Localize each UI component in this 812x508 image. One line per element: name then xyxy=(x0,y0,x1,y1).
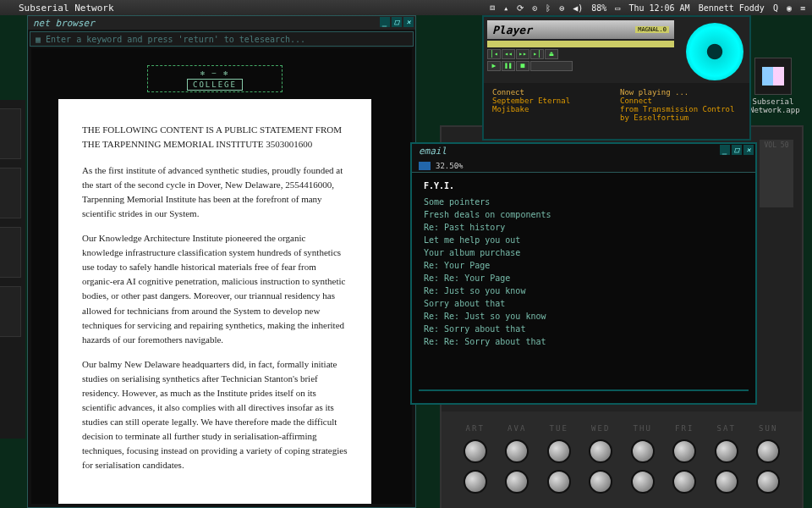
background-rack xyxy=(0,100,25,439)
minimize-button[interactable]: _ xyxy=(720,145,730,155)
ffwd-button[interactable]: ▸▸ xyxy=(516,49,529,59)
knob[interactable] xyxy=(631,470,655,494)
now-playing: Now playing ... Connect from Transmissio… xyxy=(617,88,744,134)
minimize-button[interactable]: _ xyxy=(380,17,390,27)
maximize-button[interactable]: □ xyxy=(732,145,742,155)
music-player-window: PlayerMAGNAL.0 |◂ ◂◂ ▸▸ ▸| ⏏ ▶ ❚❚ ■ xyxy=(482,15,751,141)
knob[interactable] xyxy=(464,439,487,463)
close-button[interactable]: × xyxy=(743,145,754,155)
app-icon-label: Subserial Network.app xyxy=(749,97,797,114)
battery-percent: 88% xyxy=(591,3,606,13)
email-item[interactable]: Re: Past history xyxy=(424,221,743,234)
doc-heading: THE FOLLOWING CONTENT IS A PUBLIC STATEM… xyxy=(82,123,348,152)
email-item[interactable]: Re: Your Page xyxy=(424,259,743,272)
netbrowser-title[interactable]: net browser _ □ × xyxy=(28,16,415,30)
desktop: VOL 50 ARTAVATUEWEDTHUFRISATSUN Subseria… xyxy=(0,15,812,508)
knob[interactable] xyxy=(589,439,612,463)
flame-icon[interactable]: ▴ xyxy=(503,3,508,13)
knob[interactable] xyxy=(715,439,738,463)
nav-icon[interactable]: ▦ xyxy=(36,35,41,44)
siri-icon[interactable]: ◉ xyxy=(787,3,792,13)
maximize-button[interactable]: □ xyxy=(392,17,402,27)
track-info: Connect September Eternal Mojibake xyxy=(489,88,617,134)
email-item[interactable]: Fresh deals on components xyxy=(424,208,743,221)
disc-icon xyxy=(686,23,743,80)
day-labels: ARTAVATUEWEDTHUFRISATSUN xyxy=(454,424,789,433)
knob[interactable] xyxy=(505,470,529,494)
volume-icon[interactable]: ◀) xyxy=(573,3,583,13)
player-logo: PlayerMAGNAL.0 xyxy=(487,20,674,39)
email-item[interactable]: Re: Re: Sorry about that xyxy=(424,335,743,348)
email-item[interactable]: Sorry about that xyxy=(424,297,743,310)
battery-icon[interactable]: ▭ xyxy=(615,3,620,13)
close-button[interactable]: × xyxy=(403,17,414,27)
mode-button[interactable] xyxy=(530,61,573,71)
knob[interactable] xyxy=(631,439,655,463)
email-footer xyxy=(419,389,749,400)
player-marquee xyxy=(487,41,674,47)
prev-button[interactable]: |◂ xyxy=(487,49,501,59)
knob[interactable] xyxy=(672,470,696,494)
shield-icon[interactable]: ⊙ xyxy=(532,3,537,13)
menubar: Subserial Network ⧈ ▴ ⟳ ⊙ ᛒ ⊜ ◀) 88% ▭ T… xyxy=(0,0,812,15)
email-window: email _ □ × 32.50% F.Y.I. Some pointers … xyxy=(410,142,757,405)
sync-icon[interactable]: ⟳ xyxy=(517,3,524,13)
netbrowser-window: net browser _ □ × ▦ Enter a keyword and … xyxy=(27,15,416,508)
app-icon[interactable]: Subserial Network.app xyxy=(749,58,797,114)
notification-icon[interactable]: ≡ xyxy=(800,3,805,13)
volume-label: VOL 50 xyxy=(760,140,793,207)
rewind-button[interactable]: ◂◂ xyxy=(502,49,515,59)
email-item[interactable]: Some pointers xyxy=(424,196,743,208)
progress-icon xyxy=(419,162,431,170)
knob[interactable] xyxy=(589,470,612,494)
knob[interactable] xyxy=(756,470,780,494)
email-item[interactable]: Let me help you out xyxy=(424,234,743,246)
email-item[interactable]: Re: Just so you know xyxy=(424,284,743,297)
spotlight-icon[interactable]: Q xyxy=(773,3,778,13)
user-name[interactable]: Bennett Foddy xyxy=(699,3,765,13)
page-header-logo: ✻ — ✻ COLLEGE xyxy=(147,65,283,92)
doc-paragraph: As the first institute of advanced synth… xyxy=(82,163,348,221)
prism-icon xyxy=(762,67,784,86)
knob[interactable] xyxy=(547,439,571,463)
knob[interactable] xyxy=(672,439,696,463)
play-button[interactable]: ▶ xyxy=(487,61,501,71)
email-folder-header: F.Y.I. xyxy=(424,181,743,190)
app-name[interactable]: Subserial Network xyxy=(19,3,114,14)
email-item[interactable]: Re: Re: Just so you know xyxy=(424,310,743,323)
bluetooth-icon[interactable]: ᛒ xyxy=(546,3,551,13)
browser-viewport: ✻ — ✻ COLLEGE THE FOLLOWING CONTENT IS A… xyxy=(31,48,412,504)
email-item[interactable]: Re: Re: Your Page xyxy=(424,272,743,284)
knob[interactable] xyxy=(547,470,571,494)
search-placeholder: Enter a keyword and press 'return' to te… xyxy=(46,35,305,44)
knob[interactable] xyxy=(715,470,738,494)
stop-button[interactable]: ■ xyxy=(516,61,529,71)
email-title[interactable]: email _ □ × xyxy=(412,144,755,159)
eject-button[interactable]: ⏏ xyxy=(545,49,558,59)
email-progress: 32.50% xyxy=(412,159,755,173)
email-list: F.Y.I. Some pointers Fresh deals on comp… xyxy=(412,173,755,356)
knob[interactable] xyxy=(756,439,780,463)
search-bar[interactable]: ▦ Enter a keyword and press 'return' to … xyxy=(30,31,414,47)
webpage: ✻ — ✻ COLLEGE THE FOLLOWING CONTENT IS A… xyxy=(58,99,371,504)
knob[interactable] xyxy=(464,470,487,494)
dropbox-icon[interactable]: ⧈ xyxy=(490,3,495,13)
doc-paragraph: Our balmy New Delaware headquarters did,… xyxy=(82,357,348,472)
email-item[interactable]: Your album purchase xyxy=(424,246,743,259)
clock[interactable]: Thu 12:06 AM xyxy=(628,3,689,13)
pause-button[interactable]: ❚❚ xyxy=(502,61,515,71)
knob[interactable] xyxy=(505,439,529,463)
next-button[interactable]: ▸| xyxy=(530,49,544,59)
wifi-icon[interactable]: ⊜ xyxy=(559,3,564,13)
email-item[interactable]: Re: Sorry about that xyxy=(424,323,743,335)
doc-paragraph: Our Knowledge Architecture Institute pio… xyxy=(82,231,348,346)
